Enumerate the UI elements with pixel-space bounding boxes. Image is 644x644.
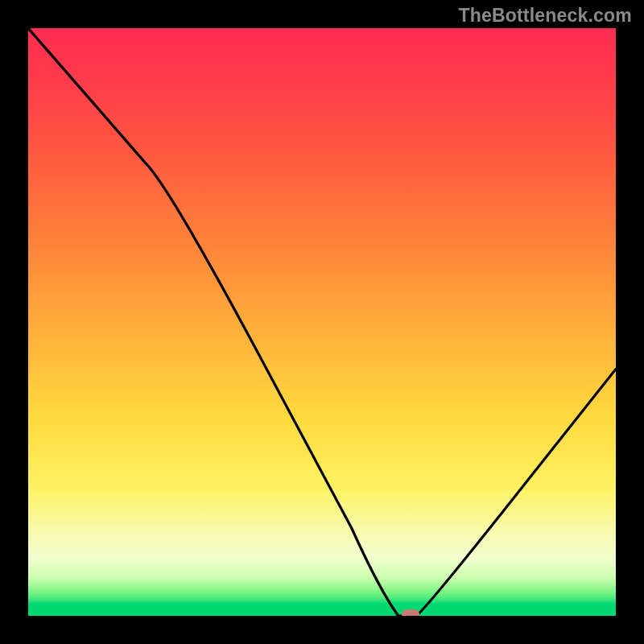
chart-frame: { "watermark": "TheBottleneck.com", "cha… bbox=[0, 0, 644, 644]
plot-area bbox=[28, 28, 616, 616]
watermark-text: TheBottleneck.com bbox=[458, 5, 632, 27]
curve-layer bbox=[28, 28, 616, 616]
optimal-marker bbox=[402, 609, 419, 616]
bottleneck-curve bbox=[28, 28, 616, 616]
